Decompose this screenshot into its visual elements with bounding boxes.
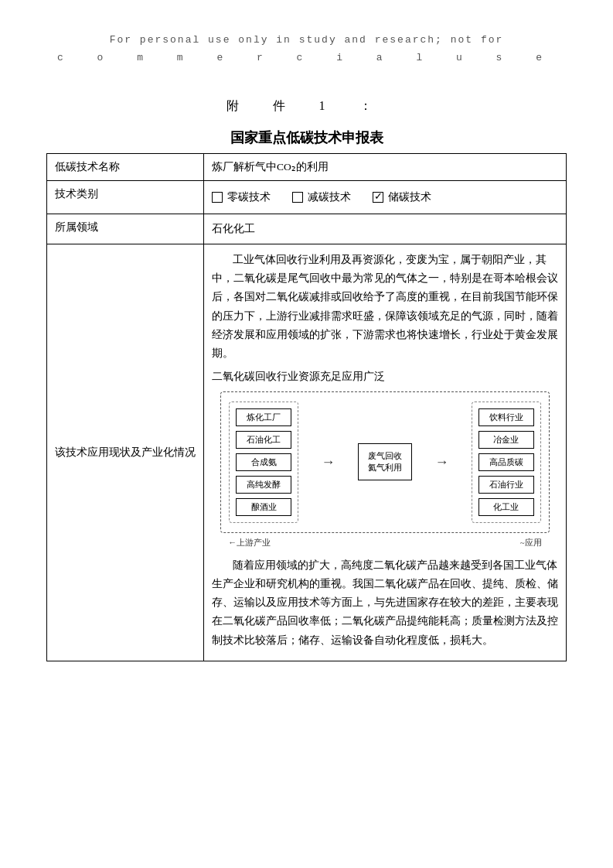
table-row-tech-name: 低碳技术名称 炼厂解析气中CO₂的利用 bbox=[47, 153, 567, 180]
right-box-3: 高品质碳 bbox=[478, 453, 534, 471]
left-box-3: 合成氨 bbox=[236, 453, 291, 471]
page: For personal use only in study and resea… bbox=[0, 0, 613, 868]
para1: 工业气体回收行业利用及再资源化，变废为宝，属于朝阳产业，其中，二氧化碳是尾气回收… bbox=[212, 251, 558, 364]
label-store-carbon: 储碳技术 bbox=[388, 190, 431, 204]
content-status: 工业气体回收行业利用及再资源化，变废为宝，属于朝阳产业，其中，二氧化碳是尾气回收… bbox=[204, 244, 567, 661]
left-box-2: 石油化工 bbox=[236, 431, 291, 449]
label-reduce-carbon: 减碳技术 bbox=[308, 190, 351, 204]
label-zero-carbon: 零碳技术 bbox=[227, 190, 271, 204]
attachment-title: 附 件 1 ： bbox=[46, 98, 567, 114]
main-table: 低碳技术名称 炼厂解析气中CO₂的利用 技术类别 零碳技术 减碳技术 bbox=[46, 153, 567, 661]
right-label: ~应用 bbox=[520, 537, 542, 548]
right-box-1: 饮料行业 bbox=[478, 408, 534, 426]
label-tech-name: 低碳技术名称 bbox=[47, 153, 204, 180]
diagram-subtitle: 二氧化碳回收行业资源充足应用广泛 bbox=[212, 370, 558, 384]
label-status: 该技术应用现状及产业化情况 bbox=[47, 244, 204, 661]
center-line1: 废气回收 bbox=[368, 450, 402, 462]
domain-value: 石化化工 bbox=[212, 220, 558, 238]
arrow-left-center: → bbox=[322, 454, 335, 470]
tech-type-options: 零碳技术 减碳技术 储碳技术 bbox=[212, 187, 558, 207]
watermark-line2: c o m m e r c i a l u s e bbox=[46, 49, 567, 67]
content-tech-type: 零碳技术 减碳技术 储碳技术 bbox=[204, 180, 567, 214]
watermark-line1: For personal use only in study and resea… bbox=[46, 31, 567, 49]
checkbox-store-carbon bbox=[373, 192, 383, 203]
table-row-status: 该技术应用现状及产业化情况 工业气体回收行业利用及再资源化，变废为宝，属于朝阳产… bbox=[47, 244, 567, 661]
option-store-carbon: 储碳技术 bbox=[373, 190, 431, 204]
left-box-4: 高纯发酵 bbox=[236, 476, 291, 494]
right-box-2: 冶金业 bbox=[478, 431, 534, 449]
diagram-labels: ←上游产业 ~应用 bbox=[220, 537, 550, 548]
flow-diagram-area: 炼化工厂 石油化工 合成氨 高纯发酵 酿酒业 → 废气回收 氦气利用 bbox=[220, 391, 550, 548]
checkbox-reduce-carbon bbox=[292, 192, 303, 203]
center-line2: 氦气利用 bbox=[368, 462, 402, 473]
label-domain: 所属领域 bbox=[47, 214, 204, 244]
table-row-tech-type: 技术类别 零碳技术 减碳技术 储碳技术 bbox=[47, 180, 567, 214]
option-reduce-carbon: 减碳技术 bbox=[292, 190, 351, 204]
right-box-4: 石油行业 bbox=[478, 476, 534, 494]
para2: 随着应用领域的扩大，高纯度二氧化碳产品越来越受到各国工业气体生产企业和研究机构的… bbox=[212, 556, 558, 650]
table-row-domain: 所属领域 石化化工 bbox=[47, 214, 567, 244]
right-applications-group: 饮料行业 冶金业 高品质碳 石油行业 化工业 bbox=[472, 402, 541, 523]
option-zero-carbon: 零碳技术 bbox=[212, 190, 271, 204]
left-sources-group: 炼化工厂 石油化工 合成氨 高纯发酵 酿酒业 bbox=[229, 402, 298, 523]
watermark-block: For personal use only in study and resea… bbox=[46, 31, 567, 67]
label-tech-type: 技术类别 bbox=[47, 180, 204, 214]
main-title: 国家重点低碳技术申报表 bbox=[46, 128, 567, 147]
left-box-1: 炼化工厂 bbox=[236, 408, 291, 426]
checkbox-zero-carbon bbox=[212, 192, 223, 203]
left-label: ←上游产业 bbox=[228, 537, 271, 548]
attachment-label: 附 件 1 ： bbox=[226, 99, 387, 112]
right-box-5: 化工业 bbox=[478, 498, 534, 516]
arrow-center-right: → bbox=[434, 454, 448, 470]
content-domain: 石化化工 bbox=[204, 214, 567, 244]
center-process-box: 废气回收 氦气利用 bbox=[358, 443, 412, 480]
flow-diagram: 炼化工厂 石油化工 合成氨 高纯发酵 酿酒业 → 废气回收 氦气利用 bbox=[220, 391, 550, 533]
left-box-5: 酿酒业 bbox=[236, 498, 291, 516]
content-tech-name: 炼厂解析气中CO₂的利用 bbox=[204, 153, 567, 180]
